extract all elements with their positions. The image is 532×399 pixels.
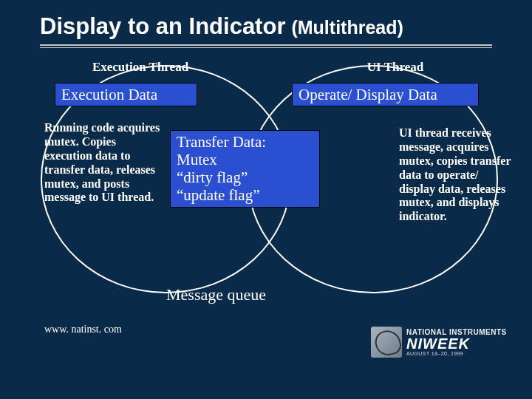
transfer-line-3: “dirty flag” xyxy=(177,168,313,186)
execution-data-box: Execution Data xyxy=(55,83,197,106)
ui-caption: UI thread receives message, acquires mut… xyxy=(399,126,514,224)
ni-logo: NATIONAL INSTRUMENTS NIWEEK AUGUST 18–20… xyxy=(371,324,519,361)
transfer-line-1: Transfer Data: xyxy=(177,133,313,151)
diagram-area: Execution Thread UI Thread Execution Dat… xyxy=(0,56,532,374)
logo-dates: AUGUST 18–20, 1999 xyxy=(406,351,507,356)
message-queue-label: Message queue xyxy=(166,285,266,304)
logo-event: NIWEEK xyxy=(406,336,507,351)
transfer-line-2: Mutex xyxy=(177,151,313,168)
transfer-data-box: Transfer Data: Mutex “dirty flag” “updat… xyxy=(170,130,320,208)
page-title: Display to an Indicator (Multithread) xyxy=(40,13,492,40)
logo-brand: NATIONAL INSTRUMENTS xyxy=(406,329,507,336)
footer-url: www. natinst. com xyxy=(44,324,122,335)
title-divider xyxy=(40,44,492,49)
ui-thread-label: UI Thread xyxy=(321,60,469,75)
execution-thread-label: Execution Thread xyxy=(66,60,214,75)
title-main: Display to an Indicator xyxy=(40,13,285,40)
transfer-line-4: “update flag” xyxy=(177,186,313,204)
eagle-icon xyxy=(371,327,402,358)
operate-display-data-box: Operate/ Display Data xyxy=(292,83,479,106)
title-sub: (Multithread) xyxy=(291,17,403,38)
execution-caption: Running code acquires mutex. Copies exec… xyxy=(44,121,163,205)
